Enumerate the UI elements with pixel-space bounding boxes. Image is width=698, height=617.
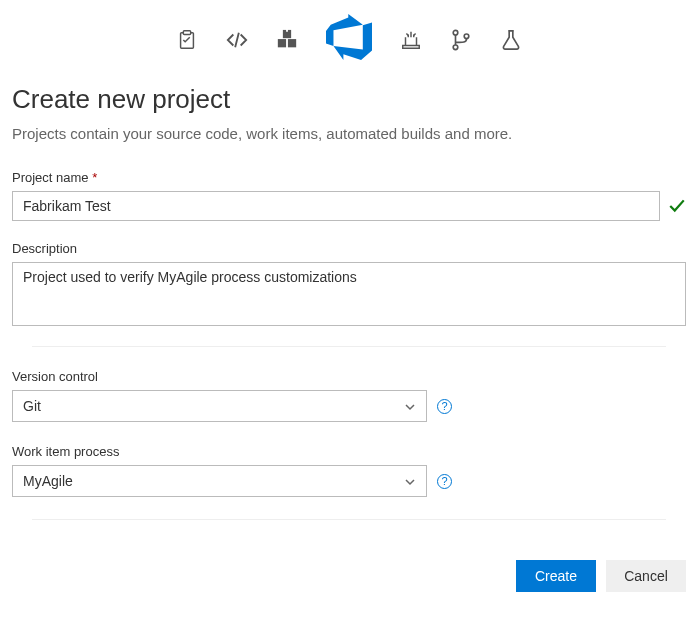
builds-icon[interactable]: [400, 29, 422, 51]
chevron-down-icon: [404, 475, 416, 487]
svg-point-6: [453, 30, 458, 35]
chevron-down-icon: [404, 400, 416, 412]
project-name-label-text: Project name: [12, 170, 89, 185]
valid-check-icon: [668, 197, 686, 215]
service-icon-bar: [12, 12, 686, 84]
work-item-process-select[interactable]: MyAgile: [12, 465, 427, 497]
tests-icon[interactable]: [500, 29, 522, 51]
project-name-label: Project name *: [12, 170, 686, 185]
azure-devops-icon[interactable]: [326, 14, 372, 60]
divider: [32, 346, 666, 347]
required-marker: *: [92, 170, 97, 185]
svg-rect-5: [286, 29, 288, 32]
svg-rect-3: [288, 39, 296, 47]
svg-rect-2: [278, 39, 286, 47]
page-title: Create new project: [12, 84, 686, 115]
version-control-help-icon[interactable]: ?: [437, 399, 452, 414]
project-name-input[interactable]: [12, 191, 660, 221]
cancel-button[interactable]: Cancel: [606, 560, 686, 592]
create-button[interactable]: Create: [516, 560, 596, 592]
work-item-process-label: Work item process: [12, 444, 686, 459]
dialog-footer: Create Cancel: [12, 542, 686, 592]
work-items-icon[interactable]: [176, 29, 198, 51]
work-item-process-help-icon[interactable]: ?: [437, 474, 452, 489]
version-control-label: Version control: [12, 369, 686, 384]
work-item-process-value: MyAgile: [23, 473, 73, 489]
code-icon[interactable]: [226, 29, 248, 51]
description-input[interactable]: <!-- filled with spellcheck styling belo…: [12, 262, 686, 326]
description-label: Description: [12, 241, 686, 256]
page-subtitle: Projects contain your source code, work …: [12, 125, 686, 142]
version-control-select[interactable]: Git: [12, 390, 427, 422]
packages-icon[interactable]: [276, 29, 298, 51]
svg-point-8: [464, 34, 469, 39]
repos-icon[interactable]: [450, 29, 472, 51]
divider: [32, 519, 666, 520]
svg-rect-1: [183, 31, 190, 35]
svg-point-7: [453, 45, 458, 50]
version-control-value: Git: [23, 398, 41, 414]
